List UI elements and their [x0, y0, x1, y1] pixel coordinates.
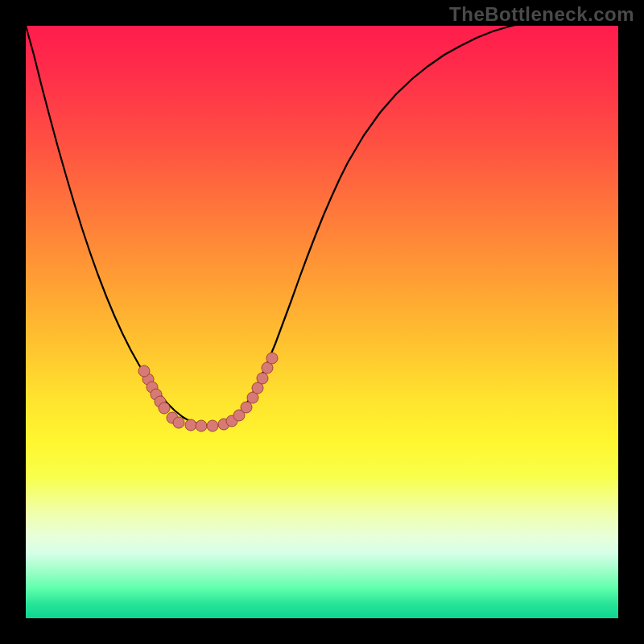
curve-marker	[207, 420, 218, 431]
chart-svg	[26, 26, 618, 618]
plot-area	[26, 26, 618, 618]
curve-marker	[173, 417, 184, 428]
curve-marker	[138, 365, 150, 377]
curve-marker	[159, 402, 170, 414]
curve-marker	[185, 419, 196, 431]
curve-marker	[241, 402, 252, 413]
curve-markers	[138, 353, 278, 431]
curve-marker	[196, 420, 207, 431]
watermark-text: TheBottleneck.com	[449, 3, 634, 26]
curve-marker	[257, 373, 268, 384]
chart-frame: TheBottleneck.com	[0, 0, 644, 644]
curve-marker	[266, 353, 278, 364]
bottleneck-curve	[26, 26, 618, 426]
